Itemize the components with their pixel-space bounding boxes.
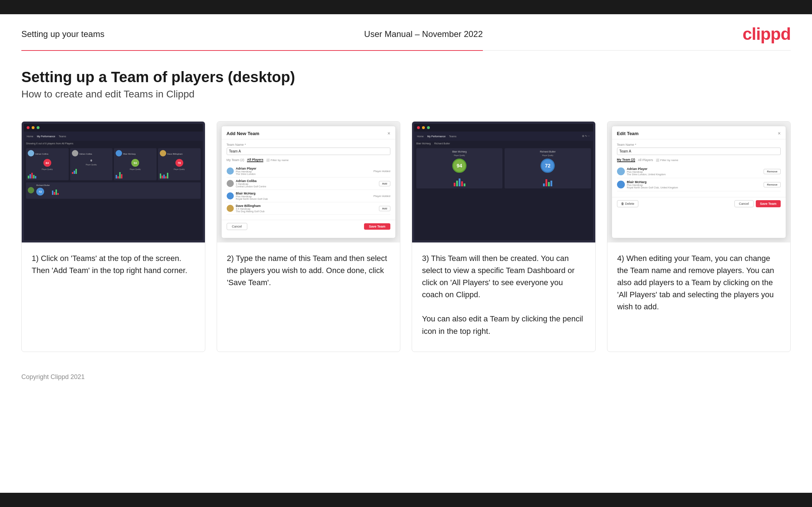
ss4-avatar-2 [617,181,625,188]
card-3: Home My Performance Teams ⊞ ✎ ⋯ Blair Mc… [412,121,596,352]
ss3-dot-red [417,126,420,129]
ss1-player-card-4: Dave Billingham 78 Player Quality [158,148,201,180]
ss2-player-name-2: Adrian Coliba [236,179,267,183]
ss1-filter-bar: Showing 6 out of 8 players from All Play… [24,141,203,146]
dialog4-delete-button[interactable]: 🗑 Delete [617,200,638,207]
ss4-player-detail-1: Plus HandicapThe Shire London, United Ki… [627,171,666,176]
card-4: Edit Team × Team Name * Team A My Team (… [607,121,791,352]
header: Setting up your teams User Manual – Nove… [0,14,812,50]
dialog2-title: Add New Team [227,131,259,136]
header-manual-title: User Manual – November 2022 [364,29,483,39]
ss2-avatar-4 [227,205,234,212]
ss2-player-club-2: 1 HandicapCentral London Golf Centre [236,183,267,188]
ss4-player-row-1: Adrian Player Plus HandicapThe Shire Lon… [617,165,781,178]
dialog4-team-name-label: Team Name * [617,143,781,146]
header-section-title: Setting up your teams [21,29,104,39]
ss4-player-row-2: Blair McHarg Plus HandicapRoyal North De… [617,178,781,191]
ss2-player-status-3: Player Added [373,194,390,198]
ss3-dot-yellow [422,126,425,129]
ss2-player-status-1: Player Added [373,170,390,173]
card-4-text: 4) When editing your Team, you can chang… [607,242,791,352]
nav-other: Teams [59,135,66,138]
dot-red [27,126,30,129]
ss3-nav-teams: My Performance [427,135,445,138]
dialog2-save-button[interactable]: Save Team [364,223,390,230]
dialog2-filter-by-name[interactable]: ⬜ Filter by name [266,159,289,162]
dot-yellow [32,126,35,129]
main-content: Setting up a Team of players (desktop) H… [0,51,812,366]
dialog4-tab-my-team[interactable]: My Team (2) [617,158,635,162]
page-title: Setting up a Team of players (desktop) [21,69,791,86]
ss4-player-name-2: Blair McHarg [627,180,678,184]
ss1-player-card-2: Adrian Coliba 0 Player Quality [70,148,113,180]
ss1-player-card-5: Richard Butler 72 [26,182,201,199]
card-2-text: 2) Type the name of this Team and then s… [217,242,400,352]
ss3-player-card-1: Blair McHarg Player Quality 94 [416,148,502,188]
ss2-player-club-1: Plus HandicapThe Shire London [236,170,257,175]
ss2-player-name-1: Adrian Player [236,167,257,170]
nav-home: Home [27,135,33,138]
card-1-text: 1) Click on 'Teams' at the top of the sc… [22,242,205,352]
ss3-nav-other: Teams [449,135,457,138]
ss2-player-name-3: Blair McHarg [236,192,268,195]
ss3-dot-green [427,126,430,129]
card-1: Home My Performance Teams Showing 6 out … [21,121,205,352]
dialog2-team-name-label: Team Name * [227,143,391,146]
bottom-bar [0,493,812,507]
ss4-player-name-1: Adrian Player [627,167,666,171]
dialog4-tab-all-players[interactable]: All Players [638,158,653,162]
ss2-player-row-2: Adrian Coliba 1 HandicapCentral London G… [227,177,391,190]
dialog4-filter[interactable]: ⬜ Filter by name [656,159,678,162]
page-subtitle: How to create and edit Teams in Clippd [21,89,791,100]
copyright-text: Copyright Clippd 2021 [21,373,85,380]
dialog2-team-name-input[interactable]: Team A [227,148,391,155]
ss2-player-club-4: 3.5 HandicapThe Dog Mating Golf Club [236,208,265,213]
top-bar [0,0,812,14]
clippd-logo: clippd [743,24,791,44]
dialog2-tab-my-team[interactable]: My Team (2) [227,158,244,162]
ss1-player-card-1: Adrian Collins 84 Player Quality [26,148,69,180]
dialog4-save-button[interactable]: Save Team [756,200,781,207]
dialog2-player-list: Adrian Player Plus HandicapThe Shire Lon… [227,165,391,215]
edit-team-dialog: Edit Team × Team Name * Team A My Team (… [612,126,786,238]
footer: Copyright Clippd 2021 [0,366,812,388]
ss2-player-name-4: Dave Billingham [236,204,265,208]
screenshot-2: Add New Team × Team Name * Team A My Tea… [217,122,400,242]
ss2-add-button-2[interactable]: Add [379,181,390,186]
ss2-player-club-3: Plus HandicapRoyal North Devon Golf Club [236,195,268,200]
ss2-add-button-4[interactable]: Add [379,206,390,211]
ss3-nav-icons: ⊞ ✎ ⋯ [582,135,590,138]
ss2-player-row-1: Adrian Player Plus HandicapThe Shire Lon… [227,165,391,177]
dialog4-team-name-input[interactable]: Team A [617,148,781,155]
add-team-dialog: Add New Team × Team Name * Team A My Tea… [221,126,396,238]
dialog2-tab-all-players[interactable]: All Players [247,158,263,162]
nav-teams: My Performance [37,135,55,138]
ss2-player-row-4: Dave Billingham 3.5 HandicapThe Dog Mati… [227,202,391,215]
cards-grid: Home My Performance Teams Showing 6 out … [21,121,791,352]
card-2: Add New Team × Team Name * Team A My Tea… [217,121,401,352]
screenshot-4: Edit Team × Team Name * Team A My Team (… [607,122,791,242]
dialog4-player-list: Adrian Player Plus HandicapThe Shire Lon… [617,165,781,191]
ss4-remove-button-2[interactable]: Remove [764,182,781,187]
ss1-player-card-3: Blair McHarg 94 Player Quality [114,148,157,180]
ss2-player-row-3: Blair McHarg Plus HandicapRoyal North De… [227,190,391,202]
ss4-remove-button-1[interactable]: Remove [764,169,781,174]
screenshot-3: Home My Performance Teams ⊞ ✎ ⋯ Blair Mc… [412,122,595,242]
ss2-avatar-3 [227,192,234,199]
dot-green [37,126,39,129]
ss2-avatar-1 [227,167,234,175]
ss4-avatar-1 [617,167,625,175]
ss3-player-card-2: Richard Butler Player Quality 72 [505,148,591,188]
screenshot-1: Home My Performance Teams Showing 6 out … [22,122,205,242]
trash-icon: 🗑 [621,202,624,206]
ss3-nav-home: Home [417,135,424,138]
card-3-text: 3) This Team will then be created. You c… [412,242,595,352]
dialog4-title: Edit Team [617,131,639,136]
dialog4-cancel-button[interactable]: Cancel [734,200,754,207]
ss2-avatar-2 [227,180,234,187]
ss4-player-detail-2: Plus HandicapRoyal North Devon Golf Club… [627,184,678,189]
ss3-subtitle: Blair McHarg Richard Butler [414,141,593,146]
dialog4-close-icon[interactable]: × [778,130,781,136]
dialog2-close-icon[interactable]: × [387,130,390,136]
dialog2-cancel-button[interactable]: Cancel [227,223,247,230]
